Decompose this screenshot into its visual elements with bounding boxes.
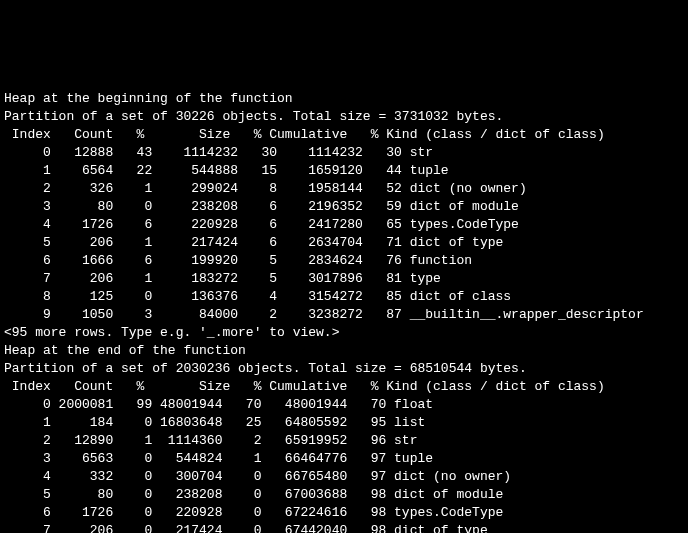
heap-block-1-rows: 0 12888 43 1114232 30 1114232 30 str 1 6… bbox=[4, 145, 644, 322]
heap-block-2-columns: Index Count % Size % Cumulative % Kind (… bbox=[4, 379, 605, 394]
heap-block-2-rows: 0 2000081 99 48001944 70 48001944 70 flo… bbox=[4, 397, 511, 533]
heap-block-1-header: Heap at the beginning of the function bbox=[4, 91, 293, 106]
heap-block-1-columns: Index Count % Size % Cumulative % Kind (… bbox=[4, 127, 605, 142]
heap-block-1-footer: <95 more rows. Type e.g. '_.more' to vie… bbox=[4, 325, 339, 340]
heap-block-2-partition: Partition of a set of 2030236 objects. T… bbox=[4, 361, 527, 376]
heap-block-2-header: Heap at the end of the function bbox=[4, 343, 246, 358]
heap-block-1-partition: Partition of a set of 30226 objects. Tot… bbox=[4, 109, 503, 124]
terminal-output: Heap at the beginning of the function Pa… bbox=[0, 72, 688, 533]
